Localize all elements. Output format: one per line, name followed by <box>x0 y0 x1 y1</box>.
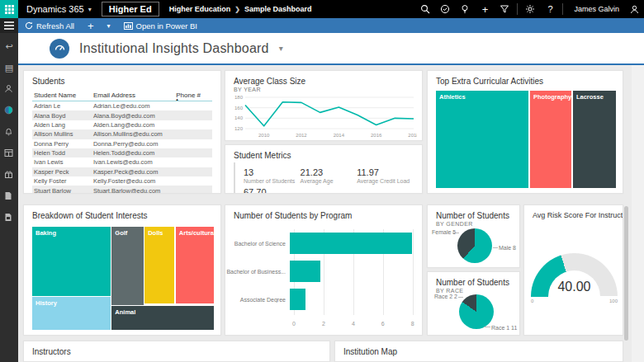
svg-text:2014: 2014 <box>334 133 345 138</box>
recent-icon[interactable]: ↩ <box>4 41 15 52</box>
table-row[interactable]: Helen ToddHelen.Todd@edu.com <box>32 148 212 157</box>
table-cell: Helen.Todd@edu.com <box>92 148 174 157</box>
treemap-tile-golf[interactable]: Golf <box>111 227 144 305</box>
bar-category-label: Bachelor of Business... <box>225 269 290 275</box>
hamburger-menu-icon[interactable] <box>0 18 18 33</box>
window-scrollbar-track[interactable] <box>632 65 644 362</box>
treemap-tile-animal[interactable]: Animal <box>111 306 214 330</box>
checkmark-circle-icon[interactable] <box>435 0 455 18</box>
org-name-button[interactable]: Higher Ed <box>102 2 159 16</box>
table-row[interactable]: Alden LangAlden.Lang@edu.com <box>32 120 212 129</box>
gear-icon[interactable] <box>520 0 540 18</box>
command-bar: Refresh All + ▾ Open in Power BI <box>18 18 644 33</box>
document-icon[interactable] <box>4 213 15 223</box>
globe-icon[interactable] <box>4 106 15 116</box>
treemap-tile-label: Golf <box>111 227 144 237</box>
treemap-tile-baking[interactable]: Baking <box>32 227 111 296</box>
table-cell: Alden.Lang@edu.com <box>92 120 174 129</box>
dashboard-divider <box>18 63 644 65</box>
breadcrumb-item[interactable]: Higher Education <box>169 5 231 13</box>
table-row[interactable]: Kelly FosterKelly.Foster@edu.com <box>32 176 212 186</box>
column-header[interactable]: Phone #▴ <box>174 90 212 101</box>
add-button[interactable]: + <box>81 18 101 33</box>
app-name-menu[interactable]: Dynamics 365 ▾ <box>26 4 92 14</box>
treemap-tile-history[interactable]: History <box>32 297 111 330</box>
pie-callout-line <box>484 327 490 327</box>
instructors-card[interactable]: Instructors <box>23 341 330 362</box>
plus-label: + <box>88 20 94 32</box>
refresh-all-button[interactable]: Refresh All <box>18 18 81 33</box>
gauge-value: 40.00 <box>531 280 618 294</box>
svg-text:2016: 2016 <box>371 133 382 138</box>
risk-gauge-card[interactable]: Avg Risk Score For Instructors 40.00 0 1… <box>523 205 623 336</box>
pie-label-race1: Race 1 11 <box>491 325 517 331</box>
gender-card[interactable]: Number of Students BY GENDER Female 5 Ma… <box>427 205 520 268</box>
metric: 67.70 Average GPA <box>244 187 301 194</box>
students-table[interactable]: Student NameEmail AddressPhone #▴ Adrian… <box>32 90 212 194</box>
student-metrics-card[interactable]: Student Metrics 13 Number of Students21.… <box>225 144 423 194</box>
table-icon[interactable] <box>4 148 15 159</box>
program-card[interactable]: Number of Students by Program 02468Bache… <box>225 205 423 336</box>
svg-text:2010: 2010 <box>258 133 270 138</box>
column-header[interactable]: Student Name <box>32 90 92 101</box>
open-in-powerbi-button[interactable]: Open in Power BI <box>117 18 204 33</box>
activities-card[interactable]: Top Extra Curricular Activities Athletic… <box>427 70 623 194</box>
table-cell <box>174 167 212 176</box>
table-cell: Alana Boyd <box>32 110 92 120</box>
treemap-tile-dolls[interactable]: Dolls <box>144 227 174 303</box>
dashboard-scrollbar-thumb[interactable] <box>624 206 628 341</box>
divider <box>562 3 563 15</box>
table-cell: Stuart Barlow <box>32 186 92 194</box>
metric-label: Number of Students <box>244 178 301 184</box>
table-row[interactable]: Adrian LeAdrian.Le@edu.com <box>32 101 212 111</box>
svg-text:160: 160 <box>234 106 244 110</box>
students-card[interactable]: Students Student NameEmail AddressPhone … <box>23 70 221 194</box>
clipboard-icon[interactable]: ▤ <box>4 63 15 73</box>
bar[interactable] <box>290 289 305 310</box>
treemap-tile-label: Arts/cultural <box>176 227 214 237</box>
page-icon[interactable] <box>4 191 15 202</box>
card-title: Top Extra Curricular Activities <box>428 71 623 87</box>
lightbulb-icon[interactable] <box>455 0 475 18</box>
dashboard-selector-chevron-icon[interactable]: ▾ <box>279 44 283 53</box>
breadcrumb-item-current[interactable]: Sample Dashboard <box>244 5 312 13</box>
bar[interactable] <box>290 233 412 254</box>
table-row[interactable]: Ivan LewisIvan.Lewis@edu.com <box>32 157 212 167</box>
divider <box>517 3 518 15</box>
table-cell: Helen Todd <box>32 148 92 157</box>
gauge-max: 100 <box>609 299 618 303</box>
filter-icon[interactable] <box>495 0 514 18</box>
race-card[interactable]: Number of Students BY RACE Race 2 2 Race… <box>427 271 520 336</box>
svg-text:2012: 2012 <box>296 133 307 138</box>
table-row[interactable]: Stuart BarlowStuart.Barlow@edu.com <box>32 186 212 194</box>
column-header[interactable]: Email Address <box>92 90 174 101</box>
bar[interactable] <box>290 261 320 282</box>
person-icon[interactable] <box>4 84 15 95</box>
breadcrumb-separator-icon: ❯ <box>234 6 240 13</box>
treemap-tile-photography[interactable]: Photography <box>530 91 571 188</box>
class-size-card[interactable]: Average Class Size BY YEAR 1201401601802… <box>225 70 423 141</box>
treemap-tile-athletics[interactable]: Athletics <box>436 91 528 188</box>
metric-label: Average Credit Load <box>357 178 414 184</box>
more-commands-chevron-icon[interactable]: ▾ <box>101 18 117 33</box>
table-row[interactable]: Alana BoydAlana.Boyd@edu.com <box>32 110 212 120</box>
help-icon[interactable]: ? <box>540 0 560 18</box>
app-launcher-waffle-icon[interactable] <box>0 0 18 18</box>
card-subtitle: BY YEAR <box>225 87 422 92</box>
bell-icon[interactable] <box>4 127 15 138</box>
table-row[interactable]: Allison MullinsAllison.Mullins@edu.com <box>32 129 212 139</box>
plus-icon[interactable]: + <box>475 0 495 18</box>
table-row[interactable]: Donna PerryDonna.Perry@edu.com <box>32 139 212 148</box>
search-icon[interactable] <box>415 0 435 18</box>
user-icon[interactable] <box>624 0 644 18</box>
user-name-label[interactable]: James Galvin <box>574 5 619 13</box>
treemap-tile-label: Dolls <box>144 227 174 237</box>
institution-map-card[interactable]: Institution Map <box>334 341 623 362</box>
gift-icon[interactable] <box>4 170 15 181</box>
treemap-tile-arts-cultural[interactable]: Arts/cultural <box>176 227 214 303</box>
interests-card[interactable]: Breakdown of Student Interests BakingHis… <box>23 205 221 336</box>
treemap-tile-lacrosse[interactable]: Lacrosse <box>573 91 616 188</box>
table-cell <box>174 157 212 167</box>
treemap-tile-label: Animal <box>111 306 214 316</box>
table-row[interactable]: Kasper PeckKasper.Peck@edu.com <box>32 167 212 176</box>
